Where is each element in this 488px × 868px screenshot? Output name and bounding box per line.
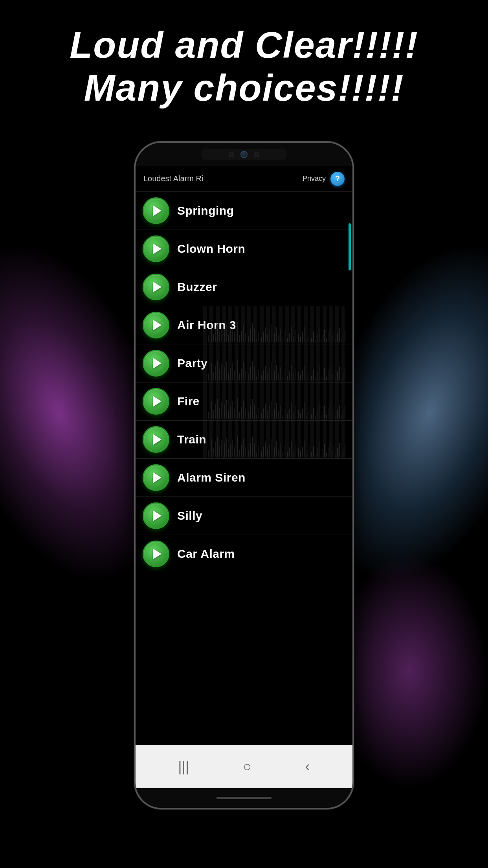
home-nav-button[interactable]: ○ <box>243 758 251 775</box>
eq-bar <box>311 414 312 419</box>
eq-bar <box>282 453 283 457</box>
eq-bar <box>289 371 290 381</box>
eq-bar <box>224 405 225 419</box>
eq-bar <box>217 323 218 342</box>
eq-bar <box>237 436 238 457</box>
eq-bar <box>306 416 306 419</box>
play-button-buzzer[interactable] <box>143 274 169 300</box>
eq-bar <box>332 374 332 381</box>
play-button-fire[interactable] <box>143 388 169 415</box>
eq-bar <box>232 440 233 457</box>
eq-bar <box>271 324 272 342</box>
sound-list: SpringingClown HornBuzzerAir Horn 3Party… <box>136 192 352 745</box>
eq-bar <box>298 334 299 342</box>
eq-bar <box>319 327 319 342</box>
sound-item-buzzer[interactable]: Buzzer <box>136 268 352 306</box>
eq-bar <box>282 415 283 419</box>
eq-bar <box>241 369 242 381</box>
eq-bar <box>330 442 330 457</box>
play-triangle-icon <box>153 434 161 445</box>
eq-bar <box>317 372 317 381</box>
play-triangle-icon <box>153 472 161 483</box>
eq-bar <box>293 336 294 342</box>
eq-bar <box>302 370 303 381</box>
eq-bar <box>258 369 259 381</box>
eq-bar <box>341 377 342 381</box>
sound-item-train[interactable]: Train <box>136 421 352 459</box>
eq-bar <box>345 368 345 381</box>
eq-bar <box>226 438 227 457</box>
play-button-clown-horn[interactable] <box>143 235 169 262</box>
play-button-air-horn-3[interactable] <box>143 312 169 338</box>
eq-bar <box>245 371 246 381</box>
eq-bar <box>345 330 345 342</box>
eq-bar <box>298 410 299 419</box>
eq-bar <box>263 332 264 342</box>
eq-bar <box>306 454 306 457</box>
sound-item-alarm-siren[interactable]: Alarm Siren <box>136 459 352 497</box>
eq-bar <box>234 408 235 419</box>
help-button[interactable]: ? <box>330 172 345 186</box>
eq-bar <box>330 366 330 381</box>
sound-item-air-horn-3[interactable]: Air Horn 3 <box>136 306 352 344</box>
eq-bar <box>210 369 211 381</box>
eq-bar <box>295 406 295 419</box>
eq-bar <box>248 412 249 419</box>
eq-bar <box>273 414 273 419</box>
eq-bar <box>295 444 295 457</box>
eq-bar <box>211 401 212 419</box>
play-button-party[interactable] <box>143 350 169 377</box>
eq-bar <box>260 326 261 342</box>
camera-bar <box>201 149 287 160</box>
header-right: Privacy ? <box>303 172 345 186</box>
play-button-silly[interactable] <box>143 502 169 529</box>
eq-bar <box>219 331 220 342</box>
eq-bar <box>267 449 268 457</box>
sound-label-buzzer: Buzzer <box>177 280 217 294</box>
eq-bar <box>267 373 268 381</box>
eq-bar <box>274 333 275 342</box>
eq-bar <box>245 447 246 457</box>
eq-bar <box>343 335 343 342</box>
eq-bar <box>254 405 255 419</box>
eq-bar <box>254 328 255 342</box>
eq-bar <box>271 401 272 419</box>
sound-item-springing[interactable]: Springing <box>136 192 352 230</box>
eq-bar <box>310 367 310 381</box>
sound-item-party[interactable]: Party <box>136 344 352 383</box>
play-triangle-icon <box>153 281 161 292</box>
play-button-train[interactable] <box>143 426 169 453</box>
sound-item-silly[interactable]: Silly <box>136 497 352 535</box>
eq-bar <box>332 451 332 457</box>
eq-bar <box>239 450 240 457</box>
eq-bar <box>269 368 270 381</box>
eq-bar <box>243 362 244 381</box>
eq-bar <box>341 454 342 457</box>
menu-nav-button[interactable]: ||| <box>178 758 189 775</box>
eq-bar <box>215 442 216 457</box>
eq-bar <box>226 362 227 381</box>
play-button-springing[interactable] <box>143 197 169 224</box>
eq-bar <box>315 416 316 419</box>
back-nav-button[interactable]: ‹ <box>305 758 310 775</box>
sound-item-fire[interactable]: Fire <box>136 383 352 421</box>
play-button-car-alarm[interactable] <box>143 541 169 567</box>
sound-item-car-alarm[interactable]: Car Alarm <box>136 535 352 573</box>
eq-bar <box>308 450 308 457</box>
sound-item-clown-horn[interactable]: Clown Horn <box>136 230 352 268</box>
privacy-button[interactable]: Privacy <box>303 175 326 183</box>
eq-bar <box>265 442 266 457</box>
eq-bar <box>326 377 327 381</box>
play-button-alarm-siren[interactable] <box>143 464 169 491</box>
eq-bar <box>297 363 297 381</box>
eq-bar <box>247 327 248 342</box>
phone-mockup: Loudest Alarm Ri Privacy ? SpringingClow… <box>134 141 354 809</box>
eq-bar <box>237 322 238 342</box>
eq-bar <box>297 401 297 419</box>
promo-line2: Many choices!!!!! <box>70 66 418 109</box>
eq-bar <box>280 405 281 419</box>
eq-bar <box>230 330 231 342</box>
sound-label-silly: Silly <box>177 509 202 522</box>
eq-bar <box>276 403 277 419</box>
eq-bar <box>313 408 314 419</box>
